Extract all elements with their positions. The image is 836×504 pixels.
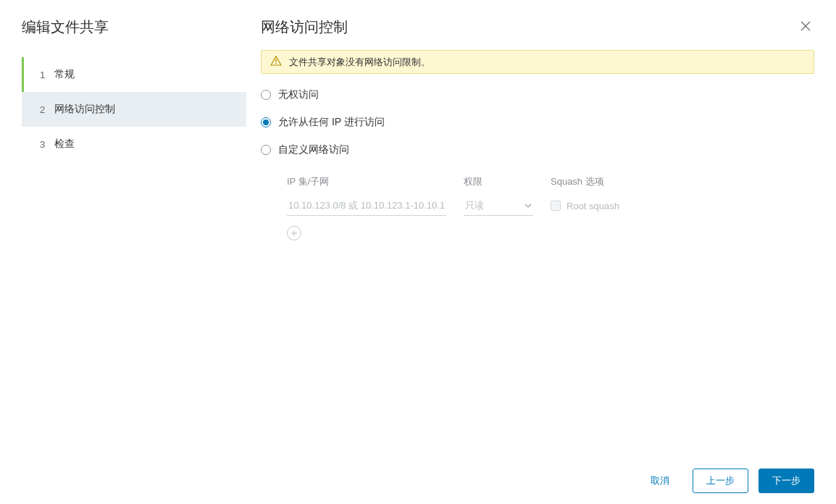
header-ip-subnet: IP 集/子网 [287,175,464,188]
custom-access-row: 只读 Root squash [287,196,814,216]
radio-label: 无权访问 [278,88,319,101]
radio-icon [261,117,271,127]
add-row-button[interactable] [287,226,301,240]
plus-icon [290,230,298,237]
svg-rect-2 [275,59,276,62]
wizard-sidebar: 编辑文件共享 1 常规 2 网络访问控制 3 检查 [0,0,246,458]
add-row-container [287,226,814,240]
wizard-step-number: 2 [40,104,51,115]
warning-alert: 文件共享对象没有网络访问限制。 [261,50,814,74]
permission-select[interactable]: 只读 [464,196,533,216]
header-permission: 权限 [464,175,551,188]
svg-rect-3 [275,63,276,64]
wizard-step-number: 3 [40,139,51,150]
checkbox-icon [551,201,561,211]
permission-value: 只读 [465,199,484,212]
header-squash: Squash 选项 [551,175,814,188]
radio-icon [261,90,271,100]
access-option-custom[interactable]: 自定义网络访问 [261,143,814,156]
dialog-footer: 取消 上一步 下一步 [0,458,836,504]
close-button[interactable] [797,17,814,35]
access-option-any-ip[interactable]: 允许从任何 IP 进行访问 [261,116,814,129]
main-header: 网络访问控制 [261,17,814,37]
wizard-step-network-access[interactable]: 2 网络访问控制 [22,92,246,127]
wizard-step-general[interactable]: 1 常规 [22,57,246,92]
wizard-step-label: 网络访问控制 [54,103,115,116]
ip-subnet-input[interactable] [287,196,446,216]
root-squash-option[interactable]: Root squash [551,201,619,211]
dialog-title: 编辑文件共享 [22,17,246,37]
root-squash-label: Root squash [567,201,619,211]
edit-file-share-dialog: 编辑文件共享 1 常规 2 网络访问控制 3 检查 网络访问控制 [0,0,836,504]
page-title: 网络访问控制 [261,17,348,37]
dialog-main: 网络访问控制 文件共享对象没有网络 [246,0,836,458]
radio-icon [261,145,271,155]
dialog-body: 编辑文件共享 1 常规 2 网络访问控制 3 检查 网络访问控制 [0,0,836,458]
wizard-step-label: 检查 [54,138,75,151]
next-button[interactable]: 下一步 [758,469,814,493]
wizard-step-label: 常规 [54,68,75,81]
back-button[interactable]: 上一步 [693,469,748,493]
cancel-button[interactable]: 取消 [638,469,682,493]
warning-icon [270,55,282,69]
radio-label: 自定义网络访问 [278,143,349,156]
chevron-down-icon [524,202,532,209]
custom-access-block: IP 集/子网 权限 Squash 选项 只读 [261,175,814,240]
access-radio-group: 无权访问 允许从任何 IP 进行访问 自定义网络访问 IP 集/子网 权限 Sq… [261,88,814,240]
wizard-step-review[interactable]: 3 检查 [22,127,246,161]
radio-label: 允许从任何 IP 进行访问 [278,116,385,129]
close-icon [800,20,811,32]
access-option-none[interactable]: 无权访问 [261,88,814,101]
wizard-step-number: 1 [40,70,51,80]
wizard-steps: 1 常规 2 网络访问控制 3 检查 [22,57,246,161]
warning-text: 文件共享对象没有网络访问限制。 [289,56,430,69]
custom-access-headers: IP 集/子网 权限 Squash 选项 [287,175,814,188]
